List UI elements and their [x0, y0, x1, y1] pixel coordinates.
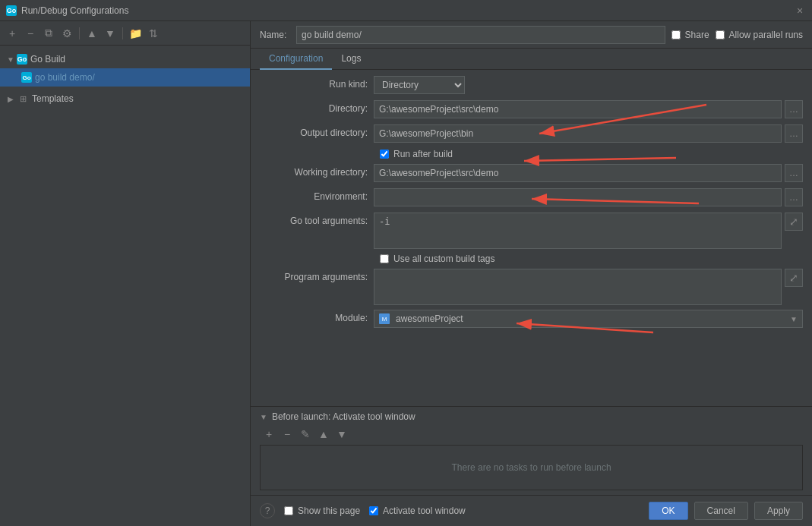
bottom-right: OK Cancel Apply: [649, 502, 803, 520]
move-up-button[interactable]: ▲: [84, 26, 100, 41]
go-build-demo-icon: Go: [21, 72, 32, 83]
go-tool-args-label: Go tool arguments:: [260, 213, 374, 226]
right-panel: Name: Share Allow parallel runs Configur…: [251, 21, 812, 526]
working-dir-input[interactable]: [374, 164, 782, 182]
settings-button[interactable]: ⚙: [59, 26, 74, 41]
tabs-row: Configuration Logs: [251, 49, 812, 70]
environment-control: …: [374, 188, 803, 206]
program-args-control: ⤢: [374, 269, 803, 305]
cancel-button[interactable]: Cancel: [694, 502, 748, 520]
sort-button[interactable]: ⇅: [146, 26, 161, 41]
allow-parallel-area: Allow parallel runs: [716, 30, 803, 40]
ok-button[interactable]: OK: [649, 502, 687, 520]
name-input[interactable]: [296, 26, 665, 44]
sidebar-tree: ▼ Go Go Build Go go build demo/ ▶ ⊞ Temp…: [0, 46, 250, 526]
program-args-input[interactable]: [374, 269, 782, 305]
go-build-label: Go Build: [30, 54, 65, 65]
working-dir-control: …: [374, 164, 803, 182]
sidebar-item-go-build[interactable]: ▼ Go Go Build: [0, 50, 250, 68]
working-dir-browse-button[interactable]: …: [785, 164, 803, 182]
before-launch-edit-button[interactable]: ✎: [298, 427, 313, 442]
before-launch-add-button[interactable]: +: [261, 427, 276, 442]
bottom-left: ? Show this page Activate tool window: [260, 503, 466, 518]
before-launch-down-button[interactable]: ▼: [334, 427, 349, 442]
program-args-expand-button[interactable]: ⤢: [785, 269, 803, 287]
allow-parallel-label: Allow parallel runs: [729, 30, 803, 40]
show-this-page-checkbox[interactable]: [284, 506, 293, 515]
module-select[interactable]: M awesomeProject ▼: [374, 310, 803, 328]
directory-input[interactable]: [374, 100, 782, 118]
move-down-button[interactable]: ▼: [103, 26, 118, 41]
module-value: awesomeProject: [396, 313, 463, 324]
output-dir-control: …: [374, 124, 803, 143]
tab-logs[interactable]: Logs: [332, 49, 370, 70]
before-launch-area: There are no tasks to run before launch: [260, 445, 803, 490]
directory-control: …: [374, 100, 803, 118]
sidebar-item-go-build-demo[interactable]: Go go build demo/: [0, 68, 250, 87]
go-tool-args-control: ⤢: [374, 213, 803, 249]
output-dir-input[interactable]: [374, 124, 782, 143]
directory-browse-button[interactable]: …: [785, 100, 803, 118]
directory-label: Directory:: [260, 100, 374, 114]
run-kind-row: Run kind: File Directory Package: [260, 76, 803, 96]
custom-tags-label: Use all custom build tags: [393, 254, 494, 264]
window-title: Run/Debug Configurations: [21, 5, 794, 16]
separator-1: [79, 27, 80, 39]
share-checkbox[interactable]: [671, 30, 681, 39]
before-launch-collapse-icon[interactable]: ▼: [260, 413, 267, 421]
activate-tool-window-area: Activate tool window: [369, 506, 466, 516]
go-tool-args-expand-button[interactable]: ⤢: [785, 213, 803, 231]
go-tool-args-input[interactable]: [374, 213, 782, 249]
share-area: Share: [671, 30, 709, 40]
show-this-page-label: Show this page: [298, 506, 360, 516]
main-layout: + − ⧉ ⚙ ▲ ▼ 📁 ⇅ ▼ Go Go Build Go go buil…: [0, 21, 812, 526]
copy-config-button[interactable]: ⧉: [41, 26, 56, 41]
activate-tool-window-checkbox[interactable]: [369, 506, 378, 515]
go-build-demo-label: go build demo/: [35, 72, 95, 83]
help-button[interactable]: ?: [260, 503, 275, 518]
sidebar: + − ⧉ ⚙ ▲ ▼ 📁 ⇅ ▼ Go Go Build Go go buil…: [0, 21, 251, 526]
before-launch-header: ▼ Before launch: Activate tool window: [260, 411, 803, 422]
close-button[interactable]: ×: [794, 5, 806, 17]
custom-tags-checkbox[interactable]: [380, 254, 389, 263]
before-launch-section: ▼ Before launch: Activate tool window + …: [251, 406, 812, 495]
config-content: Run kind: File Directory Package Directo…: [251, 70, 812, 406]
allow-parallel-checkbox[interactable]: [716, 30, 725, 39]
run-after-build-row: Run after build: [260, 149, 803, 159]
go-build-icon: Go: [17, 54, 27, 65]
expand-go-build-icon[interactable]: ▼: [6, 55, 15, 64]
run-after-build-checkbox[interactable]: [380, 150, 389, 159]
apply-button[interactable]: Apply: [754, 502, 803, 520]
environment-label: Environment:: [260, 188, 374, 202]
before-launch-up-button[interactable]: ▲: [316, 427, 331, 442]
module-dropdown-icon: ▼: [790, 315, 798, 323]
directory-row: Directory: …: [260, 100, 803, 120]
sidebar-item-templates[interactable]: ▶ ⊞ Templates: [0, 90, 250, 108]
run-kind-select[interactable]: File Directory Package: [374, 76, 465, 94]
output-dir-label: Output directory:: [260, 124, 374, 138]
run-after-build-label: Run after build: [393, 149, 453, 159]
program-args-row: Program arguments: ⤢: [260, 269, 803, 305]
working-dir-label: Working directory:: [260, 164, 374, 178]
module-label: Module:: [260, 310, 374, 323]
custom-tags-row: Use all custom build tags: [260, 254, 803, 264]
add-config-button[interactable]: +: [5, 26, 20, 41]
tab-configuration[interactable]: Configuration: [260, 49, 332, 70]
activate-tool-window-label: Activate tool window: [383, 506, 466, 516]
folder-button[interactable]: 📁: [128, 26, 143, 41]
separator-2: [122, 27, 123, 39]
go-build-group: ▼ Go Go Build Go go build demo/: [0, 49, 250, 88]
templates-label: Templates: [32, 93, 74, 104]
output-dir-row: Output directory: …: [260, 124, 803, 144]
go-tool-args-row: Go tool arguments: ⤢: [260, 213, 803, 249]
templates-group: ▶ ⊞ Templates: [0, 88, 250, 109]
remove-config-button[interactable]: −: [23, 26, 38, 41]
environment-input[interactable]: [374, 188, 782, 206]
output-dir-browse-button[interactable]: …: [785, 124, 803, 143]
expand-templates-icon[interactable]: ▶: [6, 94, 15, 103]
run-kind-label: Run kind:: [260, 76, 374, 90]
no-tasks-text: There are no tasks to run before launch: [451, 462, 611, 473]
environment-browse-button[interactable]: …: [785, 188, 803, 206]
before-launch-remove-button[interactable]: −: [280, 427, 295, 442]
sidebar-toolbar: + − ⧉ ⚙ ▲ ▼ 📁 ⇅: [0, 21, 250, 46]
